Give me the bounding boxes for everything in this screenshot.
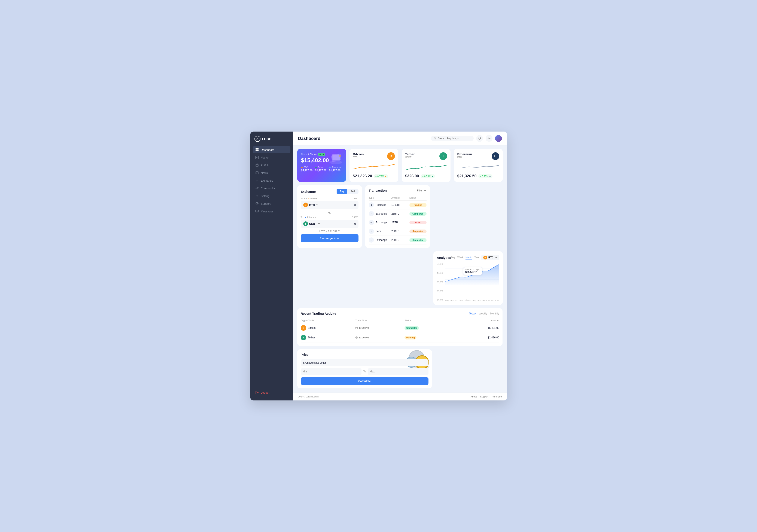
ethereum-card: Ethereum ETH E $21,326.50 + 6.75% ● <box>454 149 503 182</box>
tx-icon-send: ↗ <box>369 229 374 234</box>
sidebar-item-exchange[interactable]: Exchange <box>253 177 290 184</box>
clock-icon <box>355 327 358 329</box>
sidebar-item-messages[interactable]: Messages <box>253 208 290 215</box>
header-right <box>431 135 502 142</box>
filter-button[interactable]: Filter <box>417 189 427 192</box>
tether-name: Tether <box>405 152 415 156</box>
header: Dashboard <box>293 132 507 145</box>
coin-cell: T Tether <box>301 335 355 340</box>
analytics-title: Analytics <box>437 256 451 259</box>
tab-weekly[interactable]: Weekly <box>479 312 487 315</box>
analytics-chart: 50,000 40,000 30,000 20,000 10,000 <box>437 263 499 301</box>
tab-today[interactable]: Today <box>469 312 476 315</box>
ethereum-price: $21,326.50 <box>457 174 477 178</box>
exchange-now-button[interactable]: Exchange Now <box>301 234 358 242</box>
bitcoin-row-icon: B <box>301 325 306 331</box>
sidebar-item-label: Market <box>261 156 269 159</box>
status-badge: Requested <box>409 229 427 233</box>
analytics-coin-label: BTC <box>488 256 494 259</box>
status-badge: Pending <box>409 203 427 207</box>
trading-table: Crypto Trade Trade Time Status Amount B … <box>301 318 499 342</box>
analytics-time-tabs: Day Week Month Year <box>451 256 479 259</box>
search-box[interactable] <box>431 135 474 141</box>
logo-icon: A <box>255 136 260 142</box>
notification-button[interactable] <box>476 135 483 142</box>
sidebar: A LOGO Dashboard Market Potfolio News <box>250 132 293 400</box>
ethereum-icon: E <box>492 152 499 160</box>
settings-button[interactable] <box>486 135 493 142</box>
logo-text: LOGO <box>262 137 272 141</box>
exchange-rate: 1 BTC = $ 22,741.01 <box>301 230 358 232</box>
sidebar-item-setting[interactable]: Setting <box>253 192 290 199</box>
footer-support[interactable]: Support <box>480 395 488 398</box>
bitcoin-chart <box>353 163 395 172</box>
search-input[interactable] <box>438 137 470 140</box>
analytics-coin-selector[interactable]: B BTC <box>481 255 499 260</box>
price-range: To <box>301 369 429 375</box>
tx-icon-received: ⬇ <box>369 202 374 208</box>
tether-price: $326.00 <box>405 174 419 178</box>
buy-tab[interactable]: Buy <box>337 189 348 194</box>
currency-select[interactable]: $ United state dollar <box>301 359 429 366</box>
svg-line-18 <box>435 139 436 139</box>
from-label: Frome ● Bitcoin 0.4587 <box>301 197 358 200</box>
avatar[interactable] <box>495 135 502 142</box>
svg-rect-3 <box>257 150 258 151</box>
footer-purchase[interactable]: Purchase <box>492 395 502 398</box>
svg-rect-5 <box>256 164 258 166</box>
sidebar-item-label: Community <box>261 187 275 190</box>
svg-rect-0 <box>256 148 257 150</box>
usdt-icon-small: T <box>303 222 308 226</box>
to-coin-selector[interactable]: T USDT <box>303 222 320 226</box>
from-coin-selector[interactable]: B BTC <box>303 203 318 207</box>
ethereum-change: + 6.75% ● <box>478 174 493 178</box>
svg-rect-1 <box>257 148 258 150</box>
coin-cell: B Bitcoin <box>301 325 355 331</box>
transaction-table: Type Amount Status ⬇ Recieved 12 ETH Pen… <box>369 195 427 245</box>
table-row: B Bitcoin 10:20 PM Completed <box>301 323 499 333</box>
col-crypto-trade: Crypto Trade <box>301 318 355 323</box>
tab-month[interactable]: Month <box>466 256 472 259</box>
calculate-button[interactable]: Catculate <box>301 377 429 385</box>
tether-chart <box>405 163 447 172</box>
balance-card: Current Blance +21% $15,402.00 <box>297 149 346 182</box>
status-badge: Error <box>409 221 427 224</box>
ethereum-chart <box>457 163 499 172</box>
sidebar-item-news[interactable]: News <box>253 169 290 176</box>
bitcoin-change: + 6.75% ● <box>374 174 388 178</box>
tx-icon-exchange: ↔ <box>369 211 374 216</box>
col-type: Type <box>369 196 391 199</box>
col-status: Status <box>405 318 457 323</box>
logout-button[interactable]: Logout <box>253 389 290 396</box>
svg-point-19 <box>489 138 490 139</box>
period-tabs: Today Weekly Monthly <box>469 312 499 315</box>
sidebar-item-community[interactable]: Community <box>253 185 290 192</box>
tx-icon-exchange3: ↔ <box>369 237 374 243</box>
svg-rect-15 <box>256 210 258 212</box>
bitcoin-icon: B <box>387 152 395 160</box>
page-title: Dashboard <box>298 136 320 141</box>
sidebar-item-dashboard[interactable]: Dashboard <box>253 146 290 153</box>
to-input-box: T USDT 0 <box>301 220 358 228</box>
analytics-panel: Analytics Day Week Month Year B BTC <box>434 251 503 305</box>
sidebar-item-market[interactable]: Market <box>253 154 290 161</box>
bitcoin-name: Bitcoin <box>353 152 364 156</box>
tab-day[interactable]: Day <box>451 256 455 259</box>
tab-monthly[interactable]: Monthly <box>490 312 499 315</box>
copyright: 2024© Loremipsum <box>298 395 319 398</box>
status-badge: Completed <box>409 238 427 242</box>
exchange-title: Exchange <box>301 190 316 193</box>
tab-year[interactable]: Year <box>474 256 479 259</box>
sell-tab[interactable]: Sell <box>348 189 358 194</box>
tab-week[interactable]: Week <box>457 256 463 259</box>
footer-about[interactable]: About <box>470 395 477 398</box>
max-input[interactable] <box>368 369 429 375</box>
sidebar-item-support[interactable]: Support <box>253 200 290 207</box>
svg-point-24 <box>339 155 341 157</box>
sidebar-item-portfolio[interactable]: Potfolio <box>253 162 290 169</box>
time-cell: 10:20 PM <box>355 336 405 339</box>
min-input[interactable] <box>301 369 361 375</box>
table-row: T Tether 10:20 PM Pending <box>301 333 499 342</box>
table-row: ↔Exchange 23BTC Completed <box>369 209 427 218</box>
sidebar-logout: Logout <box>250 389 293 396</box>
